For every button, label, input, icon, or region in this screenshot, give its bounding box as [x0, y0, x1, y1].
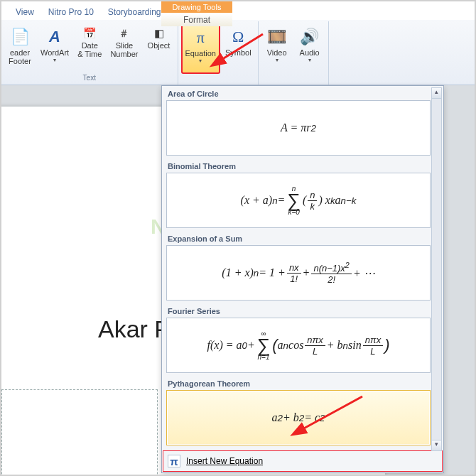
equation-preview: A = πr2	[166, 100, 431, 156]
group-label-media	[292, 74, 294, 83]
equation-preview: a2 + b2 = c2	[166, 390, 431, 445]
wordart-icon: A	[43, 26, 66, 48]
calendar-icon: 📅	[82, 26, 97, 41]
chevron-down-icon: ▾	[308, 57, 311, 63]
omega-icon: Ω	[227, 26, 249, 48]
tab-format[interactable]: Format	[161, 13, 232, 26]
insert-new-equation[interactable]: π Insert New Equation	[163, 450, 443, 472]
gallery-item-pythagorean[interactable]: Pythagorean Theorem a2 + b2 = c2	[166, 377, 431, 445]
symbol-button[interactable]: ΩSymbol	[222, 23, 255, 74]
equation-button[interactable]: πEquation▾	[181, 23, 220, 74]
equation-preview: f(x) = a0 + ∞∑n=1 (an cosnπxL + bn sinnπ…	[166, 318, 431, 373]
gallery-item-area-circle[interactable]: Area of Circle A = πr2	[166, 87, 431, 156]
equation-preview: (1 + x)n = 1 + nx1! + n(n−1)x22! + ⋯	[166, 245, 431, 301]
date-time-button[interactable]: 📅Date & Time	[74, 23, 105, 74]
ribbon: 📄eader Footer AWordArt▾ 📅Date & Time #️S…	[1, 20, 475, 85]
object-icon: ◧	[151, 26, 167, 41]
chevron-down-icon: ▾	[276, 57, 278, 63]
audio-button[interactable]: 🔊Audio▾	[294, 23, 325, 74]
chevron-down-icon: ▾	[53, 57, 56, 63]
pi-icon: π	[168, 455, 180, 467]
header-footer-icon: 📄	[9, 26, 31, 48]
gallery-item-expansion[interactable]: Expansion of a Sum (1 + x)n = 1 + nx1! +…	[166, 232, 431, 301]
tab-view[interactable]: View	[9, 4, 41, 20]
contextual-tab-title: Drawing Tools	[161, 1, 232, 13]
video-icon: 🎞️	[266, 26, 288, 48]
tab-storyboarding[interactable]: Storyboarding	[101, 4, 168, 20]
wordart-button[interactable]: AWordArt▾	[37, 23, 72, 74]
gallery-item-binomial[interactable]: Binomial Theorem (x + a)n = n∑k=0 (nk) x…	[166, 160, 431, 228]
number-icon: #️	[117, 26, 132, 41]
video-button[interactable]: 🎞️Video▾	[261, 23, 293, 74]
content-placeholder[interactable]	[1, 389, 158, 476]
object-button[interactable]: ◧Object	[144, 23, 175, 74]
scroll-up-icon[interactable]: ▴	[432, 88, 441, 99]
chevron-down-icon: ▾	[199, 58, 202, 64]
ribbon-tabs: View Nitro Pro 10 Storyboarding	[1, 1, 475, 20]
group-label-text: Text	[83, 74, 96, 83]
equation-preview: (x + a)n = n∑k=0 (nk) xkan−k	[166, 173, 431, 228]
gallery-item-fourier[interactable]: Fourier Series f(x) = a0 + ∞∑n=1 (an cos…	[166, 305, 431, 373]
audio-icon: 🔊	[298, 26, 321, 48]
scrollbar[interactable]: ▴ ▾	[431, 87, 442, 451]
equation-gallery: Area of Circle A = πr2 Binomial Theorem …	[161, 85, 444, 473]
header-footer-button[interactable]: 📄eader Footer	[4, 23, 36, 74]
scroll-down-icon[interactable]: ▾	[432, 440, 441, 450]
slide-title-text[interactable]: Akar P	[98, 315, 171, 343]
tab-nitro[interactable]: Nitro Pro 10	[41, 4, 101, 20]
group-label-symbols	[217, 74, 219, 83]
slide-number-button[interactable]: #️Slide Number	[107, 23, 141, 74]
pi-icon: π	[189, 26, 212, 49]
